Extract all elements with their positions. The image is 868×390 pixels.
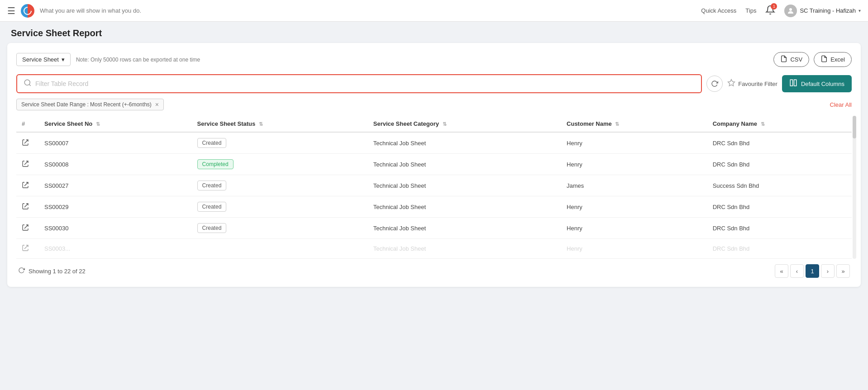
filter-row: Service Sheet Date Range : Most Recent (… (16, 99, 852, 110)
star-icon (727, 79, 735, 89)
row-status: Created (192, 196, 368, 218)
row-category: Technical Job Sheet (368, 132, 561, 154)
csv-export-button[interactable]: CSV (773, 52, 809, 67)
row-company: DRC Sdn Bhd (707, 218, 852, 239)
sort-icon-sheet-no[interactable]: ⇅ (96, 121, 100, 127)
default-columns-button[interactable]: Default Columns (782, 75, 852, 92)
row-category: Technical Job Sheet (368, 175, 561, 196)
row-status: Completed (192, 154, 368, 175)
filter-tag-label: Service Sheet Date Range : Most Recent (… (21, 101, 152, 108)
row-customer: Henry (561, 196, 707, 218)
pagination-left: Showing 1 to 22 of 22 (18, 267, 86, 275)
pagination-right: « ‹ 1 › » (775, 264, 850, 278)
last-page-button[interactable]: » (836, 264, 850, 278)
row-status: Created (192, 132, 368, 154)
user-chevron-icon: ▾ (858, 8, 861, 13)
user-menu[interactable]: SC Training - Hafizah ▾ (784, 5, 861, 17)
first-page-button[interactable]: « (775, 264, 788, 278)
prev-page-button[interactable]: ‹ (790, 264, 804, 278)
row-category: Technical Job Sheet (368, 218, 561, 239)
table-row: SS00027 Created Technical Job Sheet Jame… (16, 175, 852, 196)
sort-icon-category[interactable]: ⇅ (443, 121, 447, 127)
pagination-row: Showing 1 to 22 of 22 « ‹ 1 › » (16, 259, 852, 278)
quick-access-link[interactable]: Quick Access (701, 7, 736, 14)
row-sheet-no: SS00029 (39, 196, 192, 218)
user-name: SC Training - Hafizah (800, 7, 856, 14)
favourite-filter-label: Favourite Filter (738, 81, 777, 87)
col-sheet-no: Service Sheet No ⇅ (39, 116, 192, 132)
svg-marker-4 (728, 79, 735, 86)
showing-text: Showing 1 to 22 of 22 (29, 268, 86, 275)
table-row-partial: SS0003... Technical Job Sheet Henry DRC … (16, 239, 852, 259)
col-customer: Customer Name ⇅ (561, 116, 707, 132)
row-customer: James (561, 175, 707, 196)
row-sheet-no: SS00027 (39, 175, 192, 196)
current-page-button[interactable]: 1 (806, 264, 819, 278)
hamburger-menu[interactable]: ☰ (7, 5, 15, 16)
clear-all-button[interactable]: Clear All (830, 101, 852, 108)
favourite-filter-button[interactable]: Favourite Filter (727, 79, 777, 89)
export-note: Note: Only 50000 rows can be exported at… (76, 57, 200, 63)
row-open-icon[interactable] (16, 175, 39, 196)
refresh-button[interactable] (706, 76, 723, 92)
table-scrollbar[interactable] (853, 116, 856, 259)
table-container: # Service Sheet No ⇅ Service Sheet Statu… (16, 116, 852, 259)
tips-link[interactable]: Tips (745, 7, 756, 14)
row-company: DRC Sdn Bhd (707, 196, 852, 218)
row-open-icon[interactable] (16, 196, 39, 218)
row-status: Created (192, 218, 368, 239)
row-customer: Henry (561, 132, 707, 154)
row-status: Created (192, 175, 368, 196)
row-partial-category: Technical Job Sheet (368, 239, 561, 259)
service-sheet-table: # Service Sheet No ⇅ Service Sheet Statu… (16, 116, 852, 259)
columns-icon (789, 79, 797, 89)
col-status: Service Sheet Status ⇅ (192, 116, 368, 132)
scrollbar-thumb[interactable] (853, 116, 856, 138)
svg-rect-6 (794, 80, 796, 86)
toolbar-row: Service Sheet ▾ Note: Only 50000 rows ca… (16, 52, 852, 67)
col-company: Company Name ⇅ (707, 116, 852, 132)
row-company: DRC Sdn Bhd (707, 132, 852, 154)
sort-icon-status[interactable]: ⇅ (259, 121, 263, 127)
main-content: Service Sheet ▾ Note: Only 50000 rows ca… (7, 43, 861, 287)
row-customer: Henry (561, 154, 707, 175)
filter-tag-close-icon[interactable]: × (155, 101, 159, 108)
table-wrapper: # Service Sheet No ⇅ Service Sheet Statu… (16, 116, 852, 259)
app-logo (21, 4, 34, 18)
row-open-icon[interactable] (16, 132, 39, 154)
next-page-button[interactable]: › (821, 264, 835, 278)
date-range-filter-tag: Service Sheet Date Range : Most Recent (… (16, 99, 164, 110)
svg-rect-5 (790, 80, 792, 86)
toolbar-left: Service Sheet ▾ Note: Only 50000 rows ca… (16, 53, 200, 66)
search-row: Favourite Filter Default Columns (16, 74, 852, 93)
table-header-row: # Service Sheet No ⇅ Service Sheet Statu… (16, 116, 852, 132)
pagination-refresh-icon[interactable] (18, 267, 25, 275)
notification-count: 1 (771, 3, 777, 10)
tagline: What you are will show in what you do. (40, 7, 141, 14)
row-sheet-no: SS00008 (39, 154, 192, 175)
page-header: Service Sheet Report (0, 22, 868, 43)
toolbar-right: CSV Excel (773, 52, 852, 67)
service-sheet-dropdown[interactable]: Service Sheet ▾ (16, 53, 71, 66)
search-input[interactable] (35, 80, 695, 87)
excel-export-button[interactable]: Excel (814, 52, 852, 67)
row-category: Technical Job Sheet (368, 154, 561, 175)
search-box[interactable] (16, 74, 702, 93)
svg-point-1 (789, 8, 792, 11)
search-icon (24, 79, 32, 89)
sort-icon-company[interactable]: ⇅ (761, 121, 765, 127)
user-avatar (784, 5, 797, 17)
row-open-icon[interactable] (16, 154, 39, 175)
row-partial-company: DRC Sdn Bhd (707, 239, 852, 259)
row-open-icon[interactable] (16, 218, 39, 239)
notifications-bell[interactable]: 1 (765, 5, 775, 16)
table-row: SS00029 Created Technical Job Sheet Henr… (16, 196, 852, 218)
csv-icon (780, 55, 787, 64)
row-open-icon-partial (16, 239, 39, 259)
table-row: SS00007 Created Technical Job Sheet Henr… (16, 132, 852, 154)
row-company: DRC Sdn Bhd (707, 154, 852, 175)
row-partial-customer: Henry (561, 239, 707, 259)
svg-point-2 (24, 80, 30, 85)
svg-line-3 (29, 84, 30, 86)
sort-icon-customer[interactable]: ⇅ (615, 121, 619, 127)
